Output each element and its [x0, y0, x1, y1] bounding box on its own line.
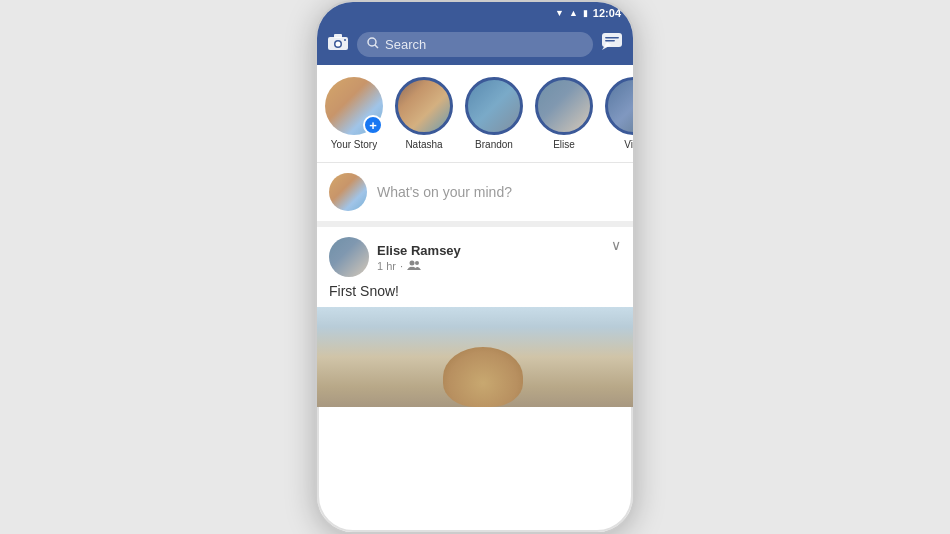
composer-placeholder: What's on your mind? — [377, 184, 512, 200]
svg-point-2 — [336, 42, 341, 47]
svg-point-4 — [344, 39, 346, 41]
natasha-label: Natasha — [405, 139, 442, 150]
post-card: Elise Ramsey 1 hr · — [317, 227, 633, 407]
post-header: Elise Ramsey 1 hr · — [329, 237, 621, 277]
status-bar: ▼ ▲ ▮ 12:04 — [317, 2, 633, 24]
svg-line-6 — [375, 45, 378, 48]
story-item-vince[interactable]: Vinc — [605, 77, 633, 150]
search-placeholder: Search — [385, 37, 426, 52]
status-time: 12:04 — [593, 7, 621, 19]
story-item-elise[interactable]: Elise — [535, 77, 593, 150]
post-header-left: Elise Ramsey 1 hr · — [329, 237, 461, 277]
your-story-avatar-wrap: + — [325, 77, 383, 135]
signal-icon: ▼ — [555, 8, 564, 18]
your-story-label: Your Story — [331, 139, 377, 150]
stories-section: + Your Story Natasha Brandon — [317, 65, 633, 163]
status-icons: ▼ ▲ ▮ 12:04 — [555, 7, 621, 19]
friends-icon — [407, 260, 421, 272]
header-bar: Search — [317, 24, 633, 65]
story-item-your-story[interactable]: + Your Story — [325, 77, 383, 150]
svg-point-5 — [368, 38, 376, 46]
composer-avatar — [329, 173, 367, 211]
search-icon — [367, 37, 379, 52]
svg-rect-3 — [334, 34, 342, 38]
post-options-chevron[interactable]: ∨ — [611, 237, 621, 253]
post-time: 1 hr — [377, 260, 396, 272]
brandon-label: Brandon — [475, 139, 513, 150]
post-meta: 1 hr · — [377, 260, 461, 272]
camera-button[interactable] — [327, 33, 349, 56]
network-icon: ▲ — [569, 8, 578, 18]
brandon-avatar-wrap — [465, 77, 523, 135]
post-image — [317, 307, 633, 407]
elise-label: Elise — [553, 139, 575, 150]
post-author-avatar — [329, 237, 369, 277]
search-bar[interactable]: Search — [357, 32, 593, 57]
elise-avatar — [535, 77, 593, 135]
post-author-info: Elise Ramsey 1 hr · — [377, 243, 461, 272]
messenger-button[interactable] — [601, 32, 623, 57]
add-story-button[interactable]: + — [363, 115, 383, 135]
natasha-avatar — [395, 77, 453, 135]
stories-row: + Your Story Natasha Brandon — [325, 77, 625, 150]
post-content-text: First Snow! — [329, 283, 621, 299]
vince-avatar — [605, 77, 633, 135]
svg-rect-10 — [605, 40, 615, 42]
dot-separator: · — [400, 260, 403, 272]
story-item-natasha[interactable]: Natasha — [395, 77, 453, 150]
post-composer[interactable]: What's on your mind? — [317, 163, 633, 227]
elise-avatar-wrap — [535, 77, 593, 135]
svg-point-12 — [415, 261, 419, 265]
story-item-brandon[interactable]: Brandon — [465, 77, 523, 150]
vince-label: Vinc — [624, 139, 633, 150]
battery-icon: ▮ — [583, 8, 588, 18]
brandon-avatar — [465, 77, 523, 135]
post-author-name: Elise Ramsey — [377, 243, 461, 258]
natasha-avatar-wrap — [395, 77, 453, 135]
svg-point-11 — [410, 260, 415, 265]
svg-rect-9 — [605, 37, 619, 39]
vince-avatar-wrap — [605, 77, 633, 135]
phone-frame: ▼ ▲ ▮ 12:04 Search — [315, 0, 635, 534]
